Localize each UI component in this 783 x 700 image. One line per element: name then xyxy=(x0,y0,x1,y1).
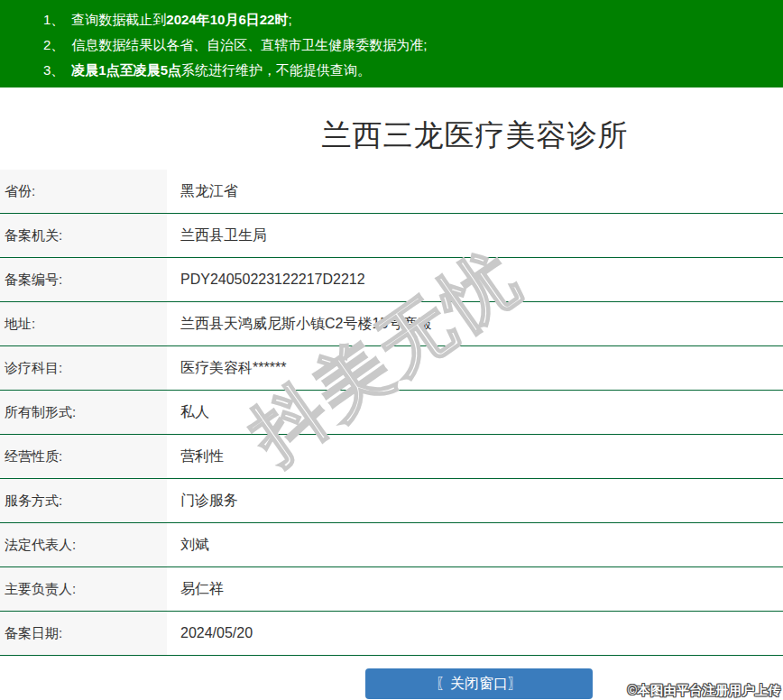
copyright-stamp: ©本图由平台注册用户上传 xyxy=(628,683,781,699)
field-value: 医疗美容科****** xyxy=(167,346,783,390)
table-row-person-in-charge: 主要负责人: 易仁祥 xyxy=(0,567,783,612)
field-value: 黑龙江省 xyxy=(167,170,783,213)
table-row-address: 地址: 兰西县天鸿威尼斯小镇C2号楼15号商服 xyxy=(0,302,783,346)
notice-text: 查询数据截止到 xyxy=(71,12,166,27)
table-row-filing-authority: 备案机关: 兰西县卫生局 xyxy=(0,214,783,258)
field-value: 易仁祥 xyxy=(167,567,783,611)
field-label: 法定代表人: xyxy=(0,523,167,566)
notice-text: 系统进行维护，不能提供查询。 xyxy=(181,62,371,78)
notice-number: 3、 xyxy=(43,58,64,83)
field-value: 营利性 xyxy=(167,435,783,478)
field-label: 省份: xyxy=(0,170,167,213)
field-value: 私人 xyxy=(167,391,783,434)
field-value: PDY24050223122217D2212 xyxy=(167,258,783,301)
field-value: 门诊服务 xyxy=(167,479,783,522)
table-row-filing-date: 备案日期: 2024/05/20 xyxy=(0,612,783,656)
field-label: 诊疗科目: xyxy=(0,346,167,390)
notice-line-1: 1、查询数据截止到2024年10月6日22时; xyxy=(43,7,783,32)
notice-line-2: 2、信息数据结果以各省、自治区、直辖市卫生健康委数据为准; xyxy=(43,32,783,58)
field-value: 2024/05/20 xyxy=(167,612,783,655)
table-row-province: 省份: 黑龙江省 xyxy=(0,170,783,214)
table-row-medical-subjects: 诊疗科目: 医疗美容科****** xyxy=(0,346,783,391)
table-row-service-mode: 服务方式: 门诊服务 xyxy=(0,479,783,523)
page-title: 兰西三龙医疗美容诊所 xyxy=(167,115,783,156)
notice-text-bold: 2024年10月6日22时 xyxy=(166,12,288,27)
table-row-business-nature: 经营性质: 营利性 xyxy=(0,435,783,479)
notice-text: ; xyxy=(288,12,291,27)
field-label: 所有制形式: xyxy=(0,391,167,434)
close-window-button[interactable]: 〖关闭窗口〗 xyxy=(365,668,593,699)
field-value: 兰西县天鸿威尼斯小镇C2号楼15号商服 xyxy=(167,302,783,345)
field-label: 备案编号: xyxy=(0,258,167,301)
notice-number: 1、 xyxy=(43,7,64,32)
record-page: 1、查询数据截止到2024年10月6日22时; 2、信息数据结果以各省、自治区、… xyxy=(0,0,783,700)
notice-banner: 1、查询数据截止到2024年10月6日22时; 2、信息数据结果以各省、自治区、… xyxy=(0,0,783,88)
table-row-filing-number: 备案编号: PDY24050223122217D2212 xyxy=(0,258,783,302)
notice-line-3: 3、凌晨1点至凌晨5点系统进行维护，不能提供查询。 xyxy=(43,58,783,83)
field-value: 兰西县卫生局 xyxy=(167,214,783,257)
record-table: 省份: 黑龙江省 备案机关: 兰西县卫生局 备案编号: PDY240502231… xyxy=(0,170,783,656)
notice-text-bold: 凌晨1点至凌晨5点 xyxy=(71,62,181,78)
field-label: 主要负责人: xyxy=(0,567,167,611)
field-value: 刘斌 xyxy=(167,523,783,566)
field-label: 服务方式: xyxy=(0,479,167,522)
table-row-legal-representative: 法定代表人: 刘斌 xyxy=(0,523,783,567)
field-label: 经营性质: xyxy=(0,435,167,478)
table-row-ownership-form: 所有制形式: 私人 xyxy=(0,391,783,435)
field-label: 地址: xyxy=(0,302,167,345)
notice-text: 信息数据结果以各省、自治区、直辖市卫生健康委数据为准; xyxy=(71,37,427,52)
field-label: 备案机关: xyxy=(0,214,167,257)
notice-number: 2、 xyxy=(43,32,64,58)
field-label: 备案日期: xyxy=(0,612,167,655)
